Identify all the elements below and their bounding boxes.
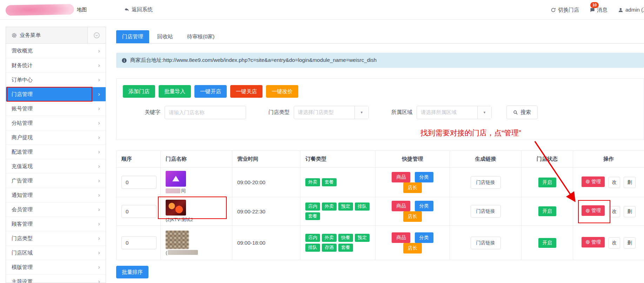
back-icon <box>124 7 130 13</box>
order-input[interactable] <box>121 236 157 249</box>
delete-button[interactable]: 删 <box>624 206 636 217</box>
sidebar-item-store-area[interactable]: 门店区域› <box>6 245 106 260</box>
store-manager-button[interactable]: 店长 <box>403 243 422 253</box>
sidebar-item-merchant-withdrawal[interactable]: 商户提现› <box>6 130 106 144</box>
batch-import-button[interactable]: 批量导入 <box>159 85 191 98</box>
goods-button[interactable]: 商品 <box>392 201 410 211</box>
delete-button[interactable]: 删 <box>624 237 636 249</box>
order-type-tag: 排队 <box>305 244 320 252</box>
order-type-tag: 存酒 <box>322 244 337 252</box>
app-logo: 地图 <box>6 5 102 15</box>
table-panel: 顺序 门店名称 营业时间 订餐类型 快捷管理 生成链接 门店状态 操作 <box>116 150 644 278</box>
delete-button[interactable]: 删 <box>624 177 636 188</box>
sidebar-item-order-center[interactable]: 订单中心› <box>6 72 106 87</box>
close-all-stores-button[interactable]: 一键关店 <box>230 85 263 98</box>
open-all-stores-button[interactable]: 一键开店 <box>194 85 227 98</box>
topbar-right: 切换门店 10 消息 admin (系统管 <box>551 0 644 20</box>
tab-pending-review[interactable]: 待审核(0家) <box>181 30 220 43</box>
sidebar-item-revenue-overview[interactable]: 营收概览› <box>6 44 106 58</box>
chevron-right-icon: › <box>98 134 100 141</box>
filter-row: 关键字 门店类型 请选择门店类型 ▼ 所属区域 请选择所属区域 ▼ 搜索 <box>123 105 637 119</box>
messages-link[interactable]: 10 消息 <box>590 7 608 13</box>
messages-badge: 10 <box>590 2 599 8</box>
store-thumbnail <box>166 171 186 187</box>
sidebar-item-theme-settings[interactable]: 主题设置› <box>6 274 106 283</box>
area-select[interactable]: 请选择所属区域 ▼ <box>417 106 492 119</box>
search-button[interactable]: 搜索 <box>506 105 538 119</box>
sidebar-item-template-management[interactable]: 模版管理› <box>6 260 106 274</box>
batch-sort-button[interactable]: 批量排序 <box>116 266 148 278</box>
category-button[interactable]: 分类 <box>415 232 433 243</box>
edit-button[interactable]: 改 <box>609 206 620 217</box>
store-link-button[interactable]: 门店链接 <box>471 205 501 218</box>
edit-button[interactable]: 改 <box>609 237 620 249</box>
order-input[interactable] <box>121 176 157 189</box>
censored-store-name <box>168 250 198 255</box>
status-badge: 开启 <box>538 238 556 248</box>
topbar: 地图 返回系统 切换门店 10 消息 admin (系统管 <box>0 0 644 20</box>
tab-recycle-bin[interactable]: 回收站 <box>151 30 179 43</box>
order-type-tag: 外卖 <box>322 234 337 242</box>
category-button[interactable]: 分类 <box>415 201 433 211</box>
chevron-right-icon: › <box>98 220 100 227</box>
sidebar-item-branch-management[interactable]: 分站管理› <box>6 116 106 130</box>
chevron-right-icon: › <box>98 62 100 69</box>
status-badge: 开启 <box>538 206 556 216</box>
order-type-tag: 套餐 <box>305 212 320 220</box>
manage-button[interactable]: 管理 <box>582 237 605 247</box>
sidebar-item-recharge-cashback[interactable]: 充值返现› <box>6 159 106 173</box>
sidebar-item-ad-management[interactable]: 广告管理› <box>6 173 106 188</box>
sidebar-item-store-management[interactable]: 门店管理› <box>6 87 106 101</box>
goods-button[interactable]: 商品 <box>392 172 410 182</box>
column-header-actions: 操作 <box>573 151 644 168</box>
chevron-right-icon: › <box>98 163 100 170</box>
store-link-button[interactable]: 门店链接 <box>471 176 501 189</box>
back-to-system-link[interactable]: 返回系统 <box>124 6 153 13</box>
store-row-1: 间 09:00-20:00 外卖 套餐 商品 分类 店长 <box>117 168 644 197</box>
store-type-select[interactable]: 请选择门店类型 ▼ <box>294 106 369 119</box>
backend-url-text: 商家后台地址:http://www.8ee9.com/web/index.php… <box>130 57 377 64</box>
switch-store-link[interactable]: 切换门店 <box>551 7 579 13</box>
sidebar-item-notice-management[interactable]: 通知管理› <box>6 188 106 202</box>
goods-button[interactable]: 商品 <box>392 232 410 243</box>
sidebar-header: 业务菜单 <box>6 27 106 44</box>
manage-button[interactable]: 管理 <box>582 205 605 216</box>
sidebar-item-delivery-management[interactable]: 配送管理› <box>6 144 106 159</box>
sidebar-collapse-button[interactable] <box>87 27 106 43</box>
keyword-input[interactable] <box>165 106 246 119</box>
order-type-tag: 预定 <box>355 234 370 242</box>
chevron-right-icon: › <box>98 264 100 271</box>
sidebar-item-account-management[interactable]: 账号管理› <box>6 101 106 116</box>
chevron-right-icon: › <box>98 47 100 54</box>
admin-menu[interactable]: admin (系统管 <box>618 7 644 13</box>
store-manager-button[interactable]: 店长 <box>403 211 422 222</box>
category-button[interactable]: 分类 <box>415 172 433 182</box>
sidebar-item-member-management[interactable]: 会员管理› <box>6 202 106 217</box>
add-store-button[interactable]: 添加门店 <box>123 85 155 98</box>
chevron-down-icon: ▼ <box>354 106 369 119</box>
sidebar-item-finance-statistics[interactable]: 财务统计› <box>6 58 106 72</box>
column-header-quick-manage: 快捷管理 <box>376 151 450 168</box>
order-type-tag: 店内 <box>305 234 320 242</box>
sidebar-item-store-type[interactable]: 门店类型› <box>6 231 106 245</box>
chevron-right-icon: › <box>98 192 100 199</box>
chevron-right-icon: › <box>98 177 100 184</box>
store-manager-button[interactable]: 店长 <box>403 182 422 193</box>
change-price-button[interactable]: 一键改价 <box>266 85 298 98</box>
store-thumbnail <box>166 200 186 216</box>
order-input[interactable] <box>121 205 157 218</box>
chevron-right-icon: › <box>98 278 100 283</box>
manage-button[interactable]: 管理 <box>582 176 605 187</box>
order-type-tag: 预定 <box>338 202 353 211</box>
order-type-tag: 快餐 <box>338 234 353 242</box>
business-hours: 09:00-18:00 <box>237 240 265 246</box>
chevron-right-icon: › <box>98 76 100 83</box>
tab-store-management[interactable]: 门店管理 <box>116 30 149 43</box>
column-header-store-status: 门店状态 <box>522 151 573 168</box>
chevron-right-icon: › <box>98 235 100 242</box>
chevron-right-icon: › <box>98 91 100 98</box>
sidebar-item-customer-management[interactable]: 顾客管理› <box>6 217 106 231</box>
edit-button[interactable]: 改 <box>609 177 620 188</box>
store-link-button[interactable]: 门店链接 <box>471 237 501 249</box>
chevron-right-icon: › <box>98 249 100 256</box>
